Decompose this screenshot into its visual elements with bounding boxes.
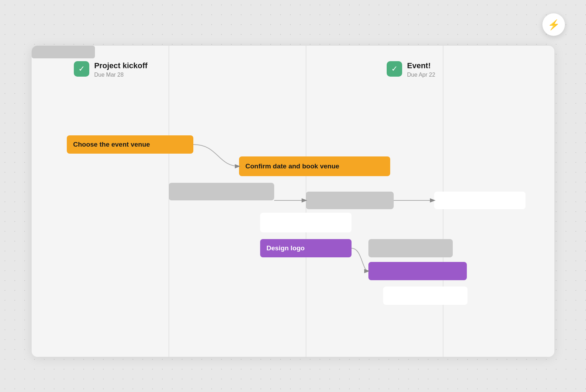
milestone-kickoff-text: Project kickoff Due Mar 28: [94, 61, 148, 78]
milestone-kickoff-due: Due Mar 28: [94, 72, 148, 78]
divider-1: [169, 46, 169, 357]
task-design-logo[interactable]: Design logo: [260, 239, 352, 257]
task-choose-venue[interactable]: Choose the event venue: [67, 135, 193, 154]
milestone-kickoff: ✓ Project kickoff Due Mar 28: [74, 61, 148, 78]
main-canvas: ✓ Project kickoff Due Mar 28 ✓ Event! Du…: [32, 46, 554, 357]
task-gray-1[interactable]: [169, 183, 274, 200]
milestone-event-badge: ✓: [387, 61, 402, 77]
checkmark-icon: ✓: [78, 64, 85, 73]
checkmark-icon-2: ✓: [391, 64, 398, 73]
milestone-kickoff-badge: ✓: [74, 61, 89, 77]
milestone-kickoff-title: Project kickoff: [94, 61, 148, 70]
milestone-event-title: Event!: [407, 61, 435, 70]
lightning-icon: ⚡: [548, 19, 560, 31]
milestone-event-due: Due Apr 22: [407, 72, 435, 78]
milestone-event-text: Event! Due Apr 22: [407, 61, 435, 78]
task-white-3[interactable]: [383, 287, 468, 305]
task-gray-2[interactable]: [306, 192, 394, 209]
task-purple-2[interactable]: [368, 262, 467, 280]
milestone-event: ✓ Event! Due Apr 22: [387, 61, 435, 78]
task-white-1[interactable]: [434, 192, 526, 209]
task-gray-3[interactable]: [368, 239, 453, 257]
quick-actions-button[interactable]: ⚡: [542, 13, 565, 36]
task-confirm-venue[interactable]: Confirm date and book venue: [239, 156, 390, 176]
task-white-2[interactable]: [260, 213, 352, 232]
task-gray-4[interactable]: [32, 46, 95, 58]
